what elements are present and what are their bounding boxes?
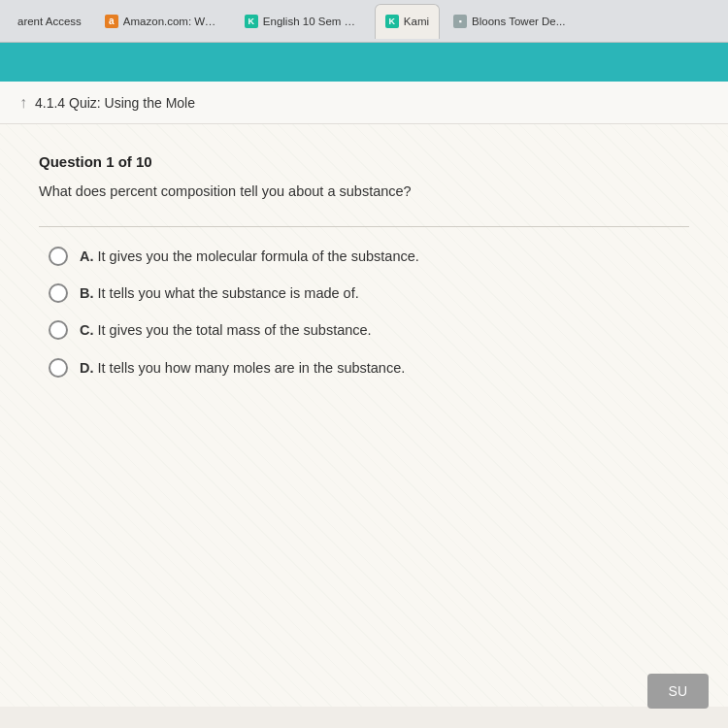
answer-content-a: It gives you the molecular formula of th…: [98, 248, 419, 264]
answer-content-c: It gives you the total mass of the subst…: [98, 322, 372, 338]
answer-text-d: D. It tells you how many moles are in th…: [80, 358, 405, 378]
tab-parent-access[interactable]: arent Access: [8, 4, 91, 39]
tab-label-english: English 10 Sem 1 S...: [263, 16, 361, 27]
breadcrumb-icon: ↑: [19, 94, 27, 112]
answer-letter-c: C.: [80, 322, 98, 338]
answer-text-c: C. It gives you the total mass of the su…: [80, 320, 372, 340]
question-text: What does percent composition tell you a…: [39, 182, 689, 203]
radio-b[interactable]: [49, 283, 68, 303]
breadcrumb-text: 4.1.4 Quiz: Using the Mole: [35, 95, 195, 111]
answer-options: A. It gives you the molecular formula of…: [39, 247, 689, 378]
answer-letter-a: A.: [80, 248, 98, 264]
answer-content-b: It tells you what the substance is made …: [98, 285, 359, 301]
tab-label-kami: Kami: [404, 16, 429, 27]
radio-a[interactable]: [49, 247, 68, 266]
answer-letter-d: D.: [80, 360, 98, 376]
tab-label-amazon: Amazon.com: Wat...: [123, 16, 221, 27]
radio-c[interactable]: [49, 320, 68, 340]
answer-text-b: B. It tells you what the substance is ma…: [80, 283, 359, 303]
tab-label-parent-access: arent Access: [17, 16, 82, 27]
question-header: Question 1 of 10: [39, 153, 689, 170]
answer-option-a[interactable]: A. It gives you the molecular formula of…: [49, 247, 689, 266]
answer-letter-b: B.: [80, 285, 98, 301]
main-content: Question 1 of 10 What does percent compo…: [0, 124, 728, 707]
tab-favicon-kami: K: [385, 15, 399, 28]
tab-amazon[interactable]: a Amazon.com: Wat...: [95, 4, 231, 39]
answer-content-d: It tells you how many moles are in the s…: [98, 360, 406, 376]
tab-favicon-english: K: [245, 15, 258, 28]
answer-option-d[interactable]: D. It tells you how many moles are in th…: [49, 358, 689, 378]
answer-option-c[interactable]: C. It gives you the total mass of the su…: [49, 320, 689, 340]
radio-d[interactable]: [49, 358, 68, 378]
tab-bloons[interactable]: ▪ Bloons Tower De...: [444, 4, 575, 39]
app-header: [0, 43, 728, 82]
tab-label-bloons: Bloons Tower De...: [472, 16, 565, 27]
tab-english[interactable]: K English 10 Sem 1 S...: [235, 4, 371, 39]
tab-favicon-bloons: ▪: [453, 15, 467, 28]
answer-option-b[interactable]: B. It tells you what the substance is ma…: [49, 283, 689, 303]
submit-button[interactable]: SU: [647, 674, 709, 709]
divider: [39, 226, 689, 227]
breadcrumb-bar: ↑ 4.1.4 Quiz: Using the Mole: [0, 82, 728, 124]
submit-area: SU: [647, 674, 709, 709]
answer-text-a: A. It gives you the molecular formula of…: [80, 247, 419, 266]
tab-favicon-amazon: a: [105, 15, 118, 28]
tab-bar: arent Access a Amazon.com: Wat... K Engl…: [0, 0, 728, 43]
tab-kami[interactable]: K Kami: [375, 4, 440, 39]
